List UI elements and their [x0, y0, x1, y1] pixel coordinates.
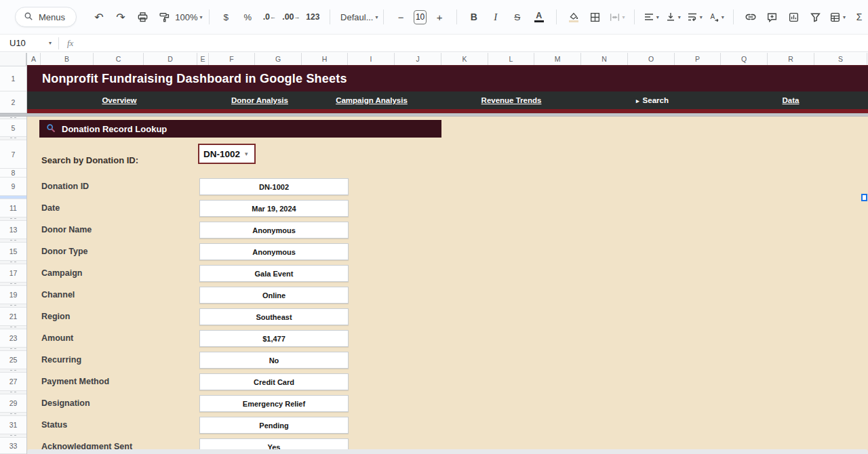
column-header[interactable]: F: [209, 53, 255, 65]
menus-search[interactable]: Menus: [15, 7, 77, 27]
paint-format-button[interactable]: [155, 8, 173, 26]
field-label[interactable]: Payment Method: [41, 373, 109, 391]
fill-color-button[interactable]: [565, 8, 583, 26]
column-header[interactable]: S: [814, 53, 867, 65]
column-header[interactable]: C: [94, 53, 144, 65]
field-value-box[interactable]: No: [199, 352, 349, 369]
row-header[interactable]: 19: [0, 286, 26, 304]
field-label[interactable]: Recurring: [41, 351, 81, 369]
column-header[interactable]: O: [628, 53, 675, 65]
row-header[interactable]: 21: [0, 308, 26, 326]
redo-button[interactable]: ↷: [112, 8, 130, 26]
field-value-box[interactable]: Gala Event: [199, 265, 349, 282]
column-header[interactable]: M: [534, 53, 581, 65]
row-header[interactable]: 11: [0, 199, 26, 218]
bold-button[interactable]: B: [465, 8, 483, 26]
text-rotation-button[interactable]: A ▾: [707, 8, 725, 26]
column-header[interactable]: L: [488, 53, 534, 65]
undo-button[interactable]: ↶: [90, 8, 108, 26]
column-header[interactable]: D: [144, 53, 197, 65]
field-value-box[interactable]: Pending: [199, 417, 349, 434]
row-header[interactable]: 25: [0, 351, 26, 369]
nav-link-revenue-trends[interactable]: Revenue Trends: [481, 91, 542, 109]
text-color-button[interactable]: A: [530, 8, 548, 26]
field-value-box[interactable]: Online: [199, 287, 349, 304]
field-value-box[interactable]: Anonymous: [199, 222, 349, 239]
functions-button[interactable]: Σ: [850, 8, 868, 26]
field-label[interactable]: Date: [41, 199, 60, 218]
nav-link-search[interactable]: ▸Search: [636, 91, 669, 110]
row-header[interactable]: 23: [0, 329, 26, 348]
field-label[interactable]: Campaign: [41, 264, 82, 283]
font-size-input[interactable]: 10: [414, 10, 427, 24]
decrease-decimals-button[interactable]: .0←: [260, 8, 278, 26]
horizontal-scrollbar[interactable]: [27, 449, 868, 454]
field-value-box[interactable]: Emergency Relief: [199, 395, 349, 412]
field-label[interactable]: Donation ID: [41, 178, 89, 196]
create-filter-button[interactable]: [807, 8, 825, 26]
italic-button[interactable]: I: [487, 8, 505, 26]
field-label[interactable]: Donor Type: [41, 243, 88, 261]
vertical-align-button[interactable]: ▾: [664, 8, 682, 26]
increase-font-size-button[interactable]: +: [431, 8, 448, 26]
insert-chart-button[interactable]: [785, 8, 803, 26]
column-header[interactable]: A: [27, 53, 41, 65]
row-header[interactable]: 27: [0, 373, 26, 391]
row-header[interactable]: 9: [0, 178, 26, 196]
row-header[interactable]: 5: [0, 119, 26, 137]
column-header[interactable]: P: [675, 53, 721, 65]
row-header[interactable]: 15: [0, 243, 26, 261]
donation-id-dropdown[interactable]: DN-1002 ▾: [198, 144, 256, 164]
horizontal-align-button[interactable]: ▾: [642, 8, 660, 26]
row-header[interactable]: 2: [0, 91, 26, 113]
row-header[interactable]: 8: [0, 169, 26, 178]
row-header[interactable]: 13: [0, 221, 26, 239]
format-currency-button[interactable]: $: [217, 8, 235, 26]
column-header[interactable]: N: [581, 53, 628, 65]
field-value-box[interactable]: $1,477: [199, 330, 349, 347]
row-header[interactable]: 1: [0, 66, 26, 91]
borders-button[interactable]: [587, 8, 604, 26]
format-percent-button[interactable]: %: [239, 8, 256, 26]
text-wrapping-button[interactable]: ▾: [686, 8, 703, 26]
zoom-select[interactable]: 100% ▾: [177, 8, 201, 26]
print-button[interactable]: [134, 8, 151, 26]
field-value-box[interactable]: Credit Card: [199, 373, 349, 390]
merge-cells-button[interactable]: ▾: [608, 8, 626, 26]
frozen-rows-divider[interactable]: [0, 113, 868, 117]
row-header[interactable]: 31: [0, 416, 26, 434]
nav-link-campaign-analysis[interactable]: Campaign Analysis: [336, 91, 408, 109]
nav-link-donor-analysis[interactable]: Donor Analysis: [231, 91, 288, 109]
increase-decimals-button[interactable]: .00→: [282, 8, 300, 26]
name-box[interactable]: U10 ▾: [0, 38, 58, 48]
strikethrough-button[interactable]: S: [509, 8, 526, 26]
search-by-id-label[interactable]: Search by Donation ID:: [41, 151, 138, 169]
row-header[interactable]: 7: [0, 140, 26, 169]
column-header[interactable]: H: [302, 53, 348, 65]
field-label[interactable]: Region: [41, 308, 70, 326]
font-select[interactable]: Defaul... ▾: [338, 8, 375, 26]
insert-link-button[interactable]: [742, 8, 760, 26]
table-views-button[interactable]: ▾: [829, 8, 846, 26]
field-value-box[interactable]: Southeast: [199, 308, 349, 325]
field-label[interactable]: Status: [41, 416, 67, 434]
column-header[interactable]: R: [768, 53, 814, 65]
row-header[interactable]: 17: [0, 264, 26, 283]
row-header[interactable]: 29: [0, 394, 26, 413]
column-header[interactable]: E: [197, 53, 209, 65]
column-header[interactable]: K: [441, 53, 488, 65]
field-label[interactable]: Designation: [41, 394, 90, 413]
nav-link-overview[interactable]: Overview: [102, 91, 136, 109]
more-formats-button[interactable]: 123: [304, 8, 321, 26]
row-header[interactable]: 33: [0, 438, 26, 454]
field-label[interactable]: Amount: [41, 329, 73, 348]
column-header[interactable]: I: [348, 53, 395, 65]
column-header[interactable]: G: [255, 53, 302, 65]
column-header[interactable]: B: [41, 53, 94, 65]
column-header[interactable]: J: [395, 53, 441, 65]
decrease-font-size-button[interactable]: −: [392, 8, 410, 26]
field-value-box[interactable]: Anonymous: [199, 243, 349, 260]
column-header[interactable]: Q: [721, 53, 768, 65]
field-value-box[interactable]: Mar 19, 2024: [199, 200, 349, 217]
field-value-box[interactable]: DN-1002: [199, 178, 349, 195]
